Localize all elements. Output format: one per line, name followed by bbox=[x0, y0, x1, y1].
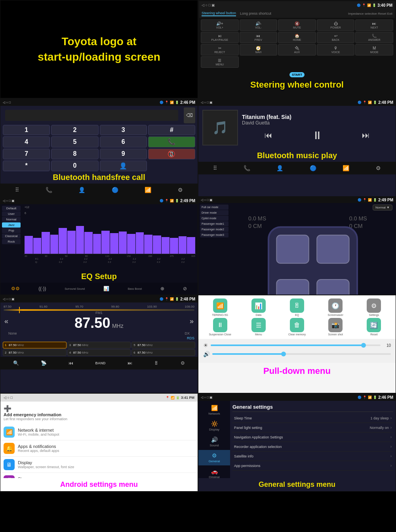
eq-btn-surround[interactable]: ((·)) bbox=[38, 286, 46, 291]
normal-dropdown[interactable]: Normal ▼ bbox=[373, 205, 392, 211]
btn-next[interactable]: ⏭NEXT bbox=[355, 19, 393, 31]
mode-driver[interactable]: Driver mode bbox=[200, 210, 228, 215]
key-1[interactable]: 1 bbox=[3, 125, 50, 135]
btn-mode[interactable]: MMODE bbox=[355, 44, 393, 55]
btn-power[interactable]: ⏻POWER bbox=[317, 19, 355, 31]
pulldown-screensaver[interactable]: 🕐 Screensaver bbox=[317, 299, 354, 316]
btn-vol-minus[interactable]: 🔊-VOL- bbox=[240, 19, 278, 31]
play-pause-btn[interactable]: ⏸ bbox=[312, 129, 323, 142]
radio-eq-btn[interactable]: 🎚 bbox=[154, 360, 159, 366]
sidebar-original[interactable]: 🚗 Original bbox=[198, 466, 230, 478]
radio-preset-6[interactable]: 687.50MHz bbox=[131, 349, 195, 356]
key-end-call[interactable]: 📵 bbox=[148, 149, 195, 159]
nav-contacts-m[interactable]: 👤 bbox=[276, 165, 283, 171]
radio-prev-btn[interactable]: ⏮ bbox=[69, 360, 73, 366]
eq-btn-target[interactable]: ⊕ bbox=[160, 286, 164, 291]
tab-long-press[interactable]: Long press shortcut bbox=[240, 11, 271, 15]
radio-next-btn[interactable]: ⏭ bbox=[128, 360, 132, 366]
pulldown-screenshot[interactable]: 📸 Screen shot bbox=[317, 318, 354, 336]
radio-scan-back[interactable]: « bbox=[4, 317, 8, 325]
setting-display[interactable]: 🖥 Display Wallpaper, screen timeout, fon… bbox=[0, 457, 198, 473]
key-hash[interactable]: # bbox=[148, 125, 195, 135]
next-btn[interactable]: ⏭ bbox=[362, 131, 370, 140]
mode-full-car[interactable]: Full car mode bbox=[200, 205, 228, 210]
nav-apps-m[interactable]: ⠿ bbox=[213, 165, 217, 171]
nav-apps[interactable]: ⠿ bbox=[15, 187, 19, 193]
settings-row-sleep[interactable]: Sleep Time 1 day sleep › bbox=[232, 413, 393, 423]
sidebar-general[interactable]: ⚙ General bbox=[198, 450, 230, 465]
nav-bt[interactable]: 🔵 bbox=[112, 187, 118, 193]
setting-apps[interactable]: 🔔 Apps & notifications Recent apps, defa… bbox=[0, 440, 198, 457]
key-2[interactable]: 2 bbox=[51, 125, 98, 135]
eq-preset-pop[interactable]: Pop bbox=[2, 228, 21, 233]
radio-preset-5[interactable]: 587.50MHz bbox=[131, 342, 195, 348]
nav-bt-m[interactable]: 🔵 bbox=[310, 165, 316, 171]
eq-btn-more[interactable]: ⊘ bbox=[183, 286, 187, 291]
prev-btn[interactable]: ⏮ bbox=[265, 131, 272, 140]
btn-reject[interactable]: ✂REJECT bbox=[201, 44, 239, 55]
start-badge[interactable]: START bbox=[289, 72, 305, 77]
key-6[interactable]: 6 bbox=[100, 136, 147, 147]
pulldown-reset[interactable]: 🔄 Reset bbox=[356, 318, 392, 336]
key-7[interactable]: 7 bbox=[3, 149, 50, 159]
radio-preset-3[interactable]: 387.50MHz bbox=[67, 342, 131, 348]
key-0[interactable]: 0 bbox=[51, 161, 98, 171]
key-contacts[interactable]: 👤 bbox=[100, 161, 147, 171]
eq-preset-normal[interactable]: Normal bbox=[2, 217, 21, 222]
btn-back[interactable]: ↩BACK bbox=[317, 32, 355, 43]
radio-freq-slider[interactable] bbox=[4, 309, 194, 311]
pulldown-settings[interactable]: ⚙ Settings bbox=[356, 299, 392, 316]
mode-passenger2[interactable]: Passenger mode2 bbox=[200, 227, 228, 232]
key-8[interactable]: 8 bbox=[51, 149, 98, 159]
volume-slider[interactable] bbox=[212, 353, 391, 355]
dialer-backspace-btn[interactable]: ⌫ bbox=[184, 107, 195, 123]
btn-navi[interactable]: 🧭NAVI bbox=[240, 44, 278, 55]
nav-bt2[interactable]: 📶 bbox=[145, 187, 151, 193]
btn-mute[interactable]: 🔇MUTE bbox=[278, 19, 316, 31]
setting-storage[interactable]: 💾 Storage 34% used · 21.19 GB free bbox=[0, 473, 198, 478]
settings-row-satellite[interactable]: Satellite info › bbox=[232, 452, 393, 461]
btn-prev[interactable]: ⏮PREV bbox=[240, 32, 278, 43]
mode-passenger1[interactable]: Passenger mode1 bbox=[200, 221, 228, 226]
btn-home[interactable]: 🏠HOME bbox=[278, 32, 316, 43]
mode-cpilot[interactable]: Cpilot mode bbox=[200, 216, 228, 221]
settings-row-app-permissions[interactable]: App permissions › bbox=[232, 461, 393, 471]
radio-preset-2[interactable]: 287.50MHz bbox=[3, 349, 67, 356]
eq-preset-rock[interactable]: Rock bbox=[2, 239, 21, 244]
nav-phone[interactable]: 📞 bbox=[46, 187, 52, 193]
btn-aux[interactable]: 🔌AUX bbox=[278, 44, 316, 55]
eq-preset-classical[interactable]: Classical bbox=[2, 233, 21, 239]
eq-btn-filters[interactable]: ⚙⚙ bbox=[11, 286, 20, 291]
eq-preset-default[interactable]: Default bbox=[2, 206, 21, 211]
nav-phone-m[interactable]: 📞 bbox=[244, 165, 250, 171]
radio-antenna-btn[interactable]: 📡 bbox=[41, 360, 47, 366]
btn-vol-plus[interactable]: 🔊+VOL+ bbox=[201, 19, 239, 31]
radio-search-btn[interactable]: 🔍 bbox=[13, 360, 19, 366]
pulldown-data[interactable]: 📊 Data bbox=[240, 299, 277, 316]
key-3[interactable]: 3 bbox=[100, 125, 147, 135]
nav-bt2-m[interactable]: 📶 bbox=[343, 165, 349, 171]
settings-row-navi[interactable]: Navigation Application Settings › bbox=[232, 432, 393, 442]
key-4[interactable]: 4 bbox=[3, 136, 50, 147]
eq-btn-bass[interactable]: 📊 bbox=[103, 286, 109, 291]
radio-scan-forward[interactable]: » bbox=[190, 317, 194, 325]
settings-row-recorder[interactable]: Recorder application selection › bbox=[232, 442, 393, 452]
radio-settings-btn[interactable]: ⚙ bbox=[181, 360, 185, 366]
sidebar-network[interactable]: 📶 Network bbox=[198, 402, 230, 418]
radio-preset-1[interactable]: 187.50MHz bbox=[3, 342, 67, 348]
sidebar-sound[interactable]: 🔊 Sound bbox=[198, 434, 230, 450]
brightness-slider[interactable] bbox=[211, 344, 381, 346]
nav-settings[interactable]: ⚙ bbox=[178, 187, 183, 193]
pulldown-suspend[interactable]: ⏸ Suspension Close bbox=[202, 318, 238, 336]
pulldown-wifi[interactable]: 📶 TERENO-5G bbox=[202, 299, 238, 316]
setting-network[interactable]: 📶 Network & internet Wi‑Fi, mobile, and … bbox=[0, 424, 198, 440]
nav-settings-m[interactable]: ⚙ bbox=[376, 165, 381, 171]
settings-row-panel[interactable]: Panel light setting Normally on › bbox=[232, 423, 393, 432]
pulldown-menu[interactable]: ☰ Menu bbox=[240, 318, 277, 336]
btn-voice[interactable]: 🎙VOICE bbox=[317, 44, 355, 55]
pulldown-eq[interactable]: 🎚 EQ bbox=[278, 299, 315, 316]
key-9[interactable]: 9 bbox=[100, 149, 147, 159]
sidebar-display[interactable]: 🔆 Display bbox=[198, 418, 230, 434]
pulldown-clear[interactable]: 🗑 Clear memory bbox=[278, 318, 315, 336]
eq-preset-user[interactable]: User bbox=[2, 211, 21, 216]
